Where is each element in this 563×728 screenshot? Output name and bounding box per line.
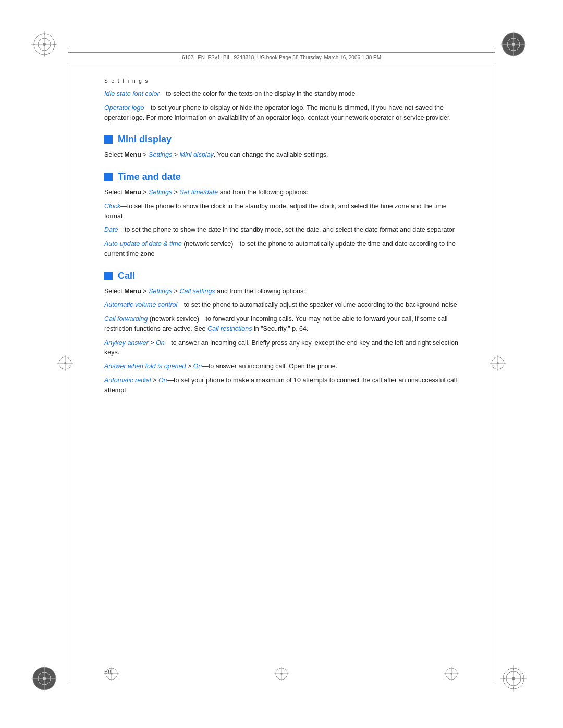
answer-fold-item: Answer when fold is opened > On—to answe…: [104, 362, 459, 372]
call-settings-link: Settings: [149, 288, 172, 295]
corner-top-right: [500, 31, 532, 63]
time-date-settime-link: Set time/date: [180, 189, 218, 196]
anykey-answer-item: Anykey answer > On—to answer an incoming…: [104, 338, 459, 358]
call-forwarding-item: Call forwarding (network service)—to for…: [104, 314, 459, 334]
call-forwarding-link: Call forwarding: [104, 315, 148, 323]
auto-redial-item: Automatic redial > On—to set your phone …: [104, 376, 459, 396]
time-date-intro: Select Menu > Settings > Set time/date a…: [104, 188, 459, 198]
call-icon-box: [104, 272, 113, 280]
mini-display-intro-end: . You can change the available settings.: [214, 151, 328, 158]
clock-item: Clock—to set the phone to show the clock…: [104, 202, 459, 221]
mid-right-crosshair: [490, 355, 506, 373]
auto-volume-link: Automatic volume control: [104, 301, 177, 309]
mini-display-title: Mini display: [118, 134, 172, 145]
auto-update-link: Auto-update of date & time: [104, 240, 182, 248]
operator-logo-text: —to set your phone to display or hide th…: [104, 104, 451, 121]
time-date-menu-link: Menu: [124, 189, 141, 196]
time-date-icon-box: [104, 173, 113, 181]
mini-display-link: Mini display: [180, 151, 214, 158]
mini-display-intro: Select Menu > Settings > Mini display. Y…: [104, 150, 459, 160]
mini-display-intro-prefix: Select: [104, 151, 124, 158]
mini-display-menu-link: Menu: [124, 151, 141, 158]
corner-bottom-left: [31, 665, 63, 697]
bottom-center-crosshair: [274, 667, 289, 681]
call-intro: Select Menu > Settings > Call settings a…: [104, 287, 459, 297]
page: 6102i_EN_ESv1_BIL_9248318_UG.book Page 5…: [0, 0, 563, 728]
anykey-on-link: On: [156, 339, 165, 347]
anykey-answer-link: Anykey answer: [104, 339, 149, 347]
answer-fold-link: Answer when fold is opened: [104, 363, 186, 370]
auto-redial-on-link: On: [158, 377, 167, 384]
corner-top-left: [31, 31, 63, 63]
call-callsettings-link: Call settings: [180, 288, 215, 295]
main-content: S e t t i n g s Idle state font color—to…: [104, 76, 459, 399]
auto-volume-item: Automatic volume control—to set the phon…: [104, 300, 459, 310]
section-label: S e t t i n g s: [104, 78, 459, 84]
time-date-settings-link: Settings: [149, 189, 172, 196]
mini-display-settings-link: Settings: [149, 151, 172, 158]
header-text: 6102i_EN_ESv1_BIL_9248318_UG.book Page 5…: [68, 55, 495, 60]
clock-link: Clock: [104, 203, 120, 210]
idle-state-link: Idle state font color: [104, 90, 160, 97]
corner-bottom-right: [500, 665, 532, 697]
idle-state-paragraph: Idle state font color—to select the colo…: [104, 89, 459, 99]
time-date-heading: Time and date: [104, 171, 459, 182]
date-link: Date: [104, 226, 118, 233]
call-menu-link: Menu: [124, 288, 141, 295]
answer-fold-on-link: On: [193, 363, 202, 370]
call-title: Call: [118, 270, 135, 281]
bottom-right-crosshair: [444, 667, 459, 681]
time-date-title: Time and date: [118, 171, 181, 182]
date-item: Date—to set the phone to show the date i…: [104, 225, 459, 235]
operator-logo-paragraph: Operator logo—to set your phone to displ…: [104, 103, 459, 123]
operator-logo-link: Operator logo: [104, 104, 144, 112]
bottom-left-crosshair: [104, 667, 119, 681]
mid-left-crosshair: [57, 355, 73, 373]
idle-state-text: —to select the color for the texts on th…: [160, 90, 356, 97]
bottom-crosshairs: [104, 667, 459, 681]
page-header: 6102i_EN_ESv1_BIL_9248318_UG.book Page 5…: [68, 52, 495, 63]
call-restrictions-link: Call restrictions: [207, 325, 252, 332]
auto-update-item: Auto-update of date & time (network serv…: [104, 239, 459, 259]
mini-display-icon-box: [104, 135, 113, 144]
call-heading: Call: [104, 270, 459, 281]
mini-display-heading: Mini display: [104, 134, 459, 145]
auto-redial-link: Automatic redial: [104, 377, 151, 384]
